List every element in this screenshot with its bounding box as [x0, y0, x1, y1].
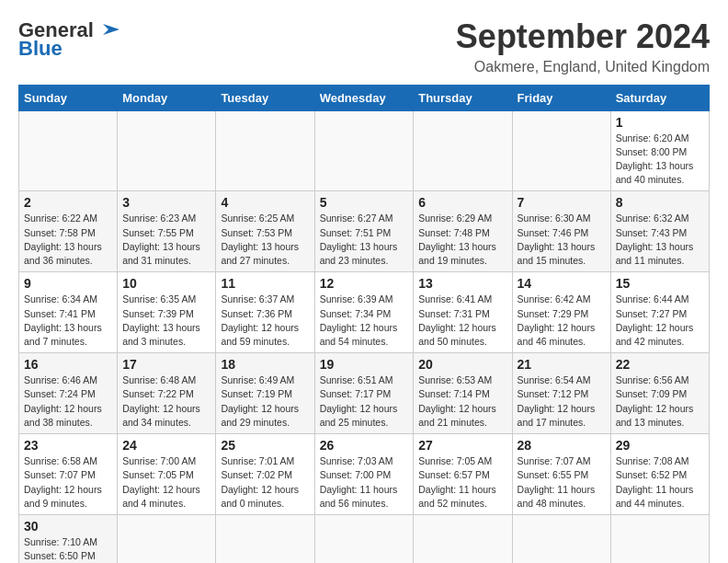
- day-number: 4: [221, 195, 309, 210]
- calendar-cell: 30Sunrise: 7:10 AMSunset: 6:50 PMDayligh…: [19, 514, 118, 563]
- day-number: 6: [418, 195, 506, 210]
- day-number: 24: [122, 438, 210, 453]
- day-number: 12: [320, 276, 409, 291]
- day-info: Sunrise: 6:51 AMSunset: 7:17 PMDaylight:…: [320, 373, 409, 430]
- day-number: 23: [24, 438, 112, 453]
- day-number: 3: [122, 195, 210, 210]
- calendar-cell: 24Sunrise: 7:00 AMSunset: 7:05 PMDayligh…: [118, 434, 216, 515]
- calendar-body: 1Sunrise: 6:20 AMSunset: 8:00 PMDaylight…: [19, 110, 710, 563]
- day-number: 11: [221, 276, 309, 291]
- day-info: Sunrise: 7:01 AMSunset: 7:02 PMDaylight:…: [221, 454, 309, 511]
- day-info: Sunrise: 6:35 AMSunset: 7:39 PMDaylight:…: [122, 293, 210, 349]
- calendar-cell: [118, 514, 216, 563]
- calendar-cell: 12Sunrise: 6:39 AMSunset: 7:34 PMDayligh…: [314, 272, 414, 353]
- page-title: September 2024: [456, 18, 710, 55]
- calendar-cell: 4Sunrise: 6:25 AMSunset: 7:53 PMDaylight…: [216, 191, 314, 272]
- day-info: Sunrise: 6:30 AMSunset: 7:46 PMDaylight:…: [518, 212, 606, 268]
- day-number: 18: [221, 357, 309, 372]
- day-info: Sunrise: 6:53 AMSunset: 7:14 PMDaylight:…: [418, 373, 506, 430]
- column-header-wednesday: Wednesday: [314, 85, 414, 110]
- calendar-cell: 11Sunrise: 6:37 AMSunset: 7:36 PMDayligh…: [216, 272, 314, 353]
- column-header-saturday: Saturday: [610, 85, 709, 110]
- header-row: SundayMondayTuesdayWednesdayThursdayFrid…: [19, 85, 710, 110]
- day-number: 5: [320, 195, 409, 210]
- calendar-cell: 20Sunrise: 6:53 AMSunset: 7:14 PMDayligh…: [414, 353, 512, 434]
- day-number: 2: [24, 195, 112, 210]
- calendar-week-6: 30Sunrise: 7:10 AMSunset: 6:50 PMDayligh…: [19, 514, 710, 563]
- calendar-week-3: 9Sunrise: 6:34 AMSunset: 7:41 PMDaylight…: [19, 272, 710, 353]
- calendar-cell: 3Sunrise: 6:23 AMSunset: 7:55 PMDaylight…: [118, 191, 216, 272]
- calendar-cell: 10Sunrise: 6:35 AMSunset: 7:39 PMDayligh…: [118, 272, 216, 353]
- day-info: Sunrise: 7:10 AMSunset: 6:50 PMDaylight:…: [24, 535, 112, 563]
- day-info: Sunrise: 6:22 AMSunset: 7:58 PMDaylight:…: [24, 212, 112, 268]
- day-info: Sunrise: 6:46 AMSunset: 7:24 PMDaylight:…: [24, 373, 112, 430]
- calendar-cell: 14Sunrise: 6:42 AMSunset: 7:29 PMDayligh…: [512, 272, 610, 353]
- calendar-cell: 21Sunrise: 6:54 AMSunset: 7:12 PMDayligh…: [512, 353, 610, 434]
- day-number: 1: [616, 115, 704, 130]
- calendar-cell: 6Sunrise: 6:29 AMSunset: 7:48 PMDaylight…: [414, 191, 512, 272]
- column-header-monday: Monday: [118, 85, 216, 110]
- calendar-cell: 27Sunrise: 7:05 AMSunset: 6:57 PMDayligh…: [414, 434, 512, 515]
- day-info: Sunrise: 6:42 AMSunset: 7:29 PMDaylight:…: [518, 293, 606, 349]
- calendar-cell: [216, 110, 314, 191]
- title-section: September 2024 Oakmere, England, United …: [456, 18, 710, 75]
- calendar-week-5: 23Sunrise: 6:58 AMSunset: 7:07 PMDayligh…: [19, 434, 710, 515]
- day-number: 28: [518, 438, 606, 453]
- calendar-cell: 26Sunrise: 7:03 AMSunset: 7:00 PMDayligh…: [314, 434, 414, 515]
- day-info: Sunrise: 7:08 AMSunset: 6:52 PMDaylight:…: [616, 454, 704, 511]
- day-number: 15: [616, 276, 704, 291]
- day-number: 29: [616, 438, 704, 453]
- calendar-cell: 7Sunrise: 6:30 AMSunset: 7:46 PMDaylight…: [512, 191, 610, 272]
- day-info: Sunrise: 6:27 AMSunset: 7:51 PMDaylight:…: [320, 212, 409, 268]
- column-header-friday: Friday: [512, 85, 610, 110]
- calendar-cell: 28Sunrise: 7:07 AMSunset: 6:55 PMDayligh…: [512, 434, 610, 515]
- calendar-cell: [610, 514, 709, 563]
- day-info: Sunrise: 6:29 AMSunset: 7:48 PMDaylight:…: [418, 212, 506, 268]
- day-number: 13: [418, 276, 506, 291]
- calendar-cell: 22Sunrise: 6:56 AMSunset: 7:09 PMDayligh…: [610, 353, 709, 434]
- calendar-table: SundayMondayTuesdayWednesdayThursdayFrid…: [18, 85, 710, 563]
- svg-marker-0: [103, 24, 119, 35]
- logo-blue: Blue: [18, 37, 63, 61]
- day-number: 7: [518, 195, 606, 210]
- page-subtitle: Oakmere, England, United Kingdom: [456, 59, 710, 75]
- calendar-cell: [414, 514, 512, 563]
- calendar-cell: 19Sunrise: 6:51 AMSunset: 7:17 PMDayligh…: [314, 353, 414, 434]
- day-info: Sunrise: 6:54 AMSunset: 7:12 PMDaylight:…: [518, 373, 606, 430]
- header: General Blue September 2024 Oakmere, Eng…: [18, 18, 710, 75]
- day-info: Sunrise: 6:37 AMSunset: 7:36 PMDaylight:…: [221, 293, 309, 349]
- calendar-cell: [314, 110, 414, 191]
- calendar-cell: [414, 110, 512, 191]
- day-info: Sunrise: 7:07 AMSunset: 6:55 PMDaylight:…: [518, 454, 606, 511]
- day-number: 14: [518, 276, 606, 291]
- calendar-cell: 15Sunrise: 6:44 AMSunset: 7:27 PMDayligh…: [610, 272, 709, 353]
- day-number: 21: [518, 357, 606, 372]
- day-info: Sunrise: 6:58 AMSunset: 7:07 PMDaylight:…: [24, 454, 112, 511]
- day-info: Sunrise: 6:49 AMSunset: 7:19 PMDaylight:…: [221, 373, 309, 430]
- calendar-cell: [314, 514, 414, 563]
- column-header-tuesday: Tuesday: [216, 85, 314, 110]
- calendar-cell: 9Sunrise: 6:34 AMSunset: 7:41 PMDaylight…: [19, 272, 118, 353]
- day-number: 26: [320, 438, 409, 453]
- calendar-cell: 8Sunrise: 6:32 AMSunset: 7:43 PMDaylight…: [610, 191, 709, 272]
- day-number: 16: [24, 357, 112, 372]
- calendar-cell: 25Sunrise: 7:01 AMSunset: 7:02 PMDayligh…: [216, 434, 314, 515]
- day-info: Sunrise: 6:56 AMSunset: 7:09 PMDaylight:…: [616, 373, 704, 430]
- logo-bird-icon: [94, 20, 119, 40]
- day-info: Sunrise: 6:34 AMSunset: 7:41 PMDaylight:…: [24, 293, 112, 349]
- calendar-cell: [118, 110, 216, 191]
- day-number: 9: [24, 276, 112, 291]
- day-number: 8: [616, 195, 704, 210]
- calendar-cell: [512, 110, 610, 191]
- day-number: 19: [320, 357, 409, 372]
- column-header-thursday: Thursday: [414, 85, 512, 110]
- day-number: 20: [418, 357, 506, 372]
- calendar-cell: 16Sunrise: 6:46 AMSunset: 7:24 PMDayligh…: [19, 353, 118, 434]
- calendar-cell: 13Sunrise: 6:41 AMSunset: 7:31 PMDayligh…: [414, 272, 512, 353]
- calendar-week-1: 1Sunrise: 6:20 AMSunset: 8:00 PMDaylight…: [19, 110, 710, 191]
- calendar-header: SundayMondayTuesdayWednesdayThursdayFrid…: [19, 85, 710, 110]
- calendar-week-2: 2Sunrise: 6:22 AMSunset: 7:58 PMDaylight…: [19, 191, 710, 272]
- day-number: 27: [418, 438, 506, 453]
- day-info: Sunrise: 6:20 AMSunset: 8:00 PMDaylight:…: [616, 132, 704, 188]
- day-info: Sunrise: 7:05 AMSunset: 6:57 PMDaylight:…: [418, 454, 506, 511]
